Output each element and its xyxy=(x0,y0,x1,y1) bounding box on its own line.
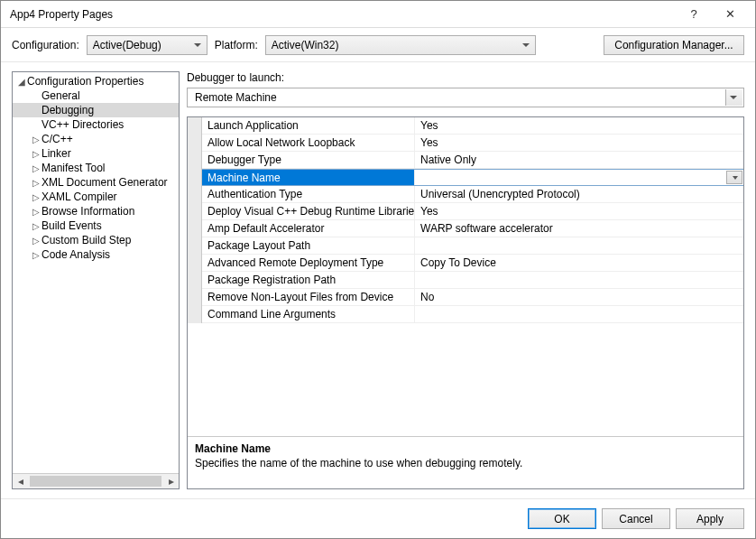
ok-button[interactable]: OK xyxy=(528,508,596,529)
platform-label: Platform: xyxy=(215,39,258,51)
platform-dropdown[interactable]: Active(Win32) xyxy=(265,35,536,55)
window-title: App4 Property Pages xyxy=(8,8,676,21)
property-row[interactable]: Allow Local Network LoopbackYes xyxy=(202,135,743,152)
tree-item[interactable]: ▷C/C++ xyxy=(13,132,179,146)
tree-item-label: XML Document Generator xyxy=(41,176,168,189)
property-row[interactable]: Remove Non-Layout Files from DeviceNo xyxy=(202,289,743,306)
property-value[interactable]: Universal (Unencrypted Protocol) xyxy=(415,186,743,202)
property-pane: Debugger to launch: Remote Machine Launc… xyxy=(187,71,744,489)
property-row[interactable]: Amp Default AcceleratorWARP software acc… xyxy=(202,220,743,237)
debugger-launch-label: Debugger to launch: xyxy=(187,71,744,88)
cancel-button[interactable]: Cancel xyxy=(602,508,670,529)
dialog-footer: OK Cancel Apply xyxy=(1,498,755,538)
property-row[interactable]: Deploy Visual C++ Debug Runtime Librarie… xyxy=(202,203,743,220)
property-value[interactable]: No xyxy=(415,289,743,305)
tree-horizontal-scrollbar[interactable]: ◂ ▸ xyxy=(13,473,179,488)
tree-item[interactable]: ▷Build Events xyxy=(13,218,179,233)
property-name: Authentication Type xyxy=(202,186,415,202)
property-row[interactable]: Machine Name xyxy=(202,169,743,186)
tree-item[interactable]: VC++ Directories xyxy=(13,117,179,132)
property-name: Launch Application xyxy=(202,117,415,134)
category-tree[interactable]: ◢ Configuration Properties GeneralDebugg… xyxy=(13,72,179,473)
property-name: Command Line Arguments xyxy=(202,306,415,322)
expand-icon[interactable]: ▷ xyxy=(31,207,41,217)
tree-item-label: C/C++ xyxy=(41,133,73,145)
property-value[interactable] xyxy=(415,272,743,288)
property-value[interactable]: Yes xyxy=(415,135,743,151)
configuration-dropdown[interactable]: Active(Debug) xyxy=(87,35,207,55)
property-grid-container: Launch ApplicationYesAllow Local Network… xyxy=(187,116,744,489)
property-name: Package Registration Path xyxy=(202,272,415,288)
property-name: Debugger Type xyxy=(202,152,415,168)
property-value[interactable] xyxy=(415,306,743,322)
expand-icon[interactable]: ▷ xyxy=(31,236,41,246)
description-text: Specifies the name of the machine to use… xyxy=(195,457,736,469)
property-value[interactable]: WARP software accelerator xyxy=(415,220,743,237)
titlebar: App4 Property Pages ? ✕ xyxy=(1,1,755,28)
property-value[interactable]: Native Only xyxy=(415,152,743,168)
debugger-launch-dropdown[interactable]: Remote Machine xyxy=(187,88,744,107)
tree-item[interactable]: Debugging xyxy=(13,103,179,117)
tree-item[interactable]: ▷XAML Compiler xyxy=(13,190,179,204)
tree-item[interactable]: ▷Code Analysis xyxy=(13,247,179,262)
tree-item-label: General xyxy=(41,89,80,102)
expand-icon[interactable]: ▷ xyxy=(31,221,41,231)
property-row[interactable]: Package Layout Path xyxy=(202,237,743,255)
property-row[interactable]: Package Registration Path xyxy=(202,272,743,289)
tree-item[interactable]: ▷Custom Build Step xyxy=(13,233,179,247)
tree-item-label: XAML Compiler xyxy=(41,191,117,203)
property-value[interactable] xyxy=(415,170,743,185)
dialog-body: ◢ Configuration Properties GeneralDebugg… xyxy=(1,62,755,498)
grid-gutter xyxy=(188,117,202,323)
property-name: Allow Local Network Loopback xyxy=(202,135,415,151)
tree-item[interactable]: ▷Manifest Tool xyxy=(13,161,179,175)
tree-item-label: Build Events xyxy=(41,219,102,232)
property-name: Advanced Remote Deployment Type xyxy=(202,255,415,271)
tree-item[interactable]: ▷XML Document Generator xyxy=(13,175,179,190)
expand-icon[interactable]: ▷ xyxy=(31,163,41,173)
tree-item[interactable]: ▷Linker xyxy=(13,146,179,161)
configuration-bar: Configuration: Active(Debug) Platform: A… xyxy=(1,28,755,62)
expand-icon[interactable]: ▷ xyxy=(31,250,41,260)
property-description: Machine Name Specifies the name of the m… xyxy=(188,436,743,488)
tree-item-label: Debugging xyxy=(41,104,94,116)
category-tree-pane: ◢ Configuration Properties GeneralDebugg… xyxy=(12,71,180,489)
apply-button[interactable]: Apply xyxy=(676,508,744,529)
property-name: Package Layout Path xyxy=(202,237,415,254)
expand-icon[interactable]: ▷ xyxy=(31,192,41,202)
property-value[interactable]: Copy To Device xyxy=(415,255,743,271)
configuration-manager-button[interactable]: Configuration Manager... xyxy=(604,35,744,55)
close-button[interactable]: ✕ xyxy=(712,7,748,21)
property-row[interactable]: Advanced Remote Deployment TypeCopy To D… xyxy=(202,255,743,272)
property-grid[interactable]: Launch ApplicationYesAllow Local Network… xyxy=(188,117,743,436)
expand-icon[interactable]: ▷ xyxy=(31,178,41,188)
tree-item[interactable]: General xyxy=(13,88,179,103)
configuration-label: Configuration: xyxy=(12,39,79,51)
property-row[interactable]: Authentication TypeUniversal (Unencrypte… xyxy=(202,186,743,203)
property-pages-dialog: App4 Property Pages ? ✕ Configuration: A… xyxy=(0,0,756,539)
collapse-icon[interactable]: ◢ xyxy=(16,77,27,87)
help-button[interactable]: ? xyxy=(676,7,712,21)
property-value[interactable]: Yes xyxy=(415,203,743,219)
expand-icon[interactable]: ▷ xyxy=(31,149,41,159)
tree-item[interactable]: ▷Browse Information xyxy=(13,204,179,218)
platform-value: Active(Win32) xyxy=(272,39,339,51)
expand-icon[interactable]: ▷ xyxy=(31,135,41,144)
property-row[interactable]: Debugger TypeNative Only xyxy=(202,152,743,169)
tree-item-label: Custom Build Step xyxy=(41,234,131,246)
tree-root[interactable]: ◢ Configuration Properties xyxy=(13,74,179,88)
property-name: Remove Non-Layout Files from Device xyxy=(202,289,415,305)
scroll-thumb[interactable] xyxy=(30,476,161,487)
scroll-right-icon[interactable]: ▸ xyxy=(163,474,179,489)
debugger-launch-value: Remote Machine xyxy=(195,91,277,104)
property-name: Amp Default Accelerator xyxy=(202,220,415,237)
property-value[interactable] xyxy=(415,237,743,254)
property-row[interactable]: Command Line Arguments xyxy=(202,306,743,323)
tree-item-label: Browse Information xyxy=(41,205,134,218)
scroll-left-icon[interactable]: ◂ xyxy=(13,474,28,489)
property-row[interactable]: Launch ApplicationYes xyxy=(202,117,743,135)
property-value[interactable]: Yes xyxy=(415,117,743,134)
property-name: Deploy Visual C++ Debug Runtime Librarie… xyxy=(202,203,415,219)
configuration-value: Active(Debug) xyxy=(93,39,161,51)
tree-item-label: Manifest Tool xyxy=(41,162,105,174)
